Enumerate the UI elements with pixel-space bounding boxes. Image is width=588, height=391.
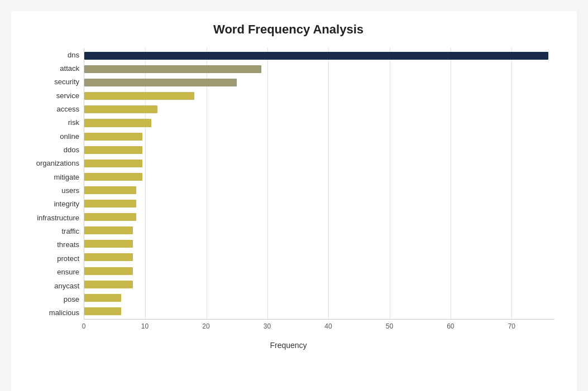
- chart-title: Word Frequency Analysis: [22, 22, 554, 37]
- y-label-dns: dns: [68, 51, 79, 59]
- bar-row-mitigate: [84, 170, 554, 184]
- y-label-pose: pose: [64, 296, 79, 303]
- bar-protect: [84, 253, 133, 261]
- bar-row-infrastructure: [84, 210, 554, 224]
- bar-row-access: [84, 103, 554, 116]
- x-tick-label-30: 30: [264, 322, 271, 330]
- y-label-anycast: anycast: [54, 282, 79, 289]
- y-label-risk: risk: [68, 119, 79, 126]
- x-tick-label-50: 50: [386, 322, 393, 330]
- bar-malicious: [84, 307, 121, 315]
- bar-row-threats: [84, 237, 554, 250]
- bars-plot: [84, 48, 554, 320]
- bar-row-integrity: [84, 197, 554, 210]
- bar-row-attack: [84, 62, 554, 76]
- bar-rows: [84, 48, 554, 319]
- x-tick-label-40: 40: [324, 322, 332, 330]
- bar-row-malicious: [84, 305, 554, 318]
- x-axis-title: Frequency: [22, 341, 554, 350]
- y-label-mitigate: mitigate: [54, 173, 79, 181]
- y-label-users: users: [61, 187, 79, 194]
- bar-row-service: [84, 89, 554, 103]
- bar-access: [84, 105, 157, 113]
- y-label-attack: attack: [60, 65, 79, 72]
- y-label-infrastructure: infrastructure: [37, 214, 79, 221]
- y-label-integrity: integrity: [54, 200, 79, 207]
- y-label-access: access: [57, 105, 79, 113]
- y-label-malicious: malicious: [49, 309, 79, 316]
- bar-traffic: [84, 226, 133, 234]
- bar-organizations: [84, 160, 142, 167]
- y-label-threats: threats: [57, 241, 79, 248]
- bar-infrastructure: [84, 213, 136, 221]
- bar-threats: [84, 240, 133, 248]
- bar-row-anycast: [84, 278, 554, 291]
- chart-area: dnsattacksecurityserviceaccessriskonline…: [22, 48, 554, 350]
- x-tick-label-70: 70: [508, 322, 515, 330]
- y-label-protect: protect: [57, 255, 79, 262]
- bar-row-ensure: [84, 264, 554, 278]
- bar-service: [84, 92, 194, 100]
- x-tick-label-0: 0: [82, 322, 86, 330]
- bar-row-pose: [84, 291, 554, 305]
- bar-row-users: [84, 184, 554, 197]
- bar-row-traffic: [84, 224, 554, 237]
- bar-row-protect: [84, 250, 554, 264]
- y-labels: dnsattacksecurityserviceaccessriskonline…: [22, 48, 84, 320]
- bar-integrity: [84, 200, 136, 207]
- x-tick-label-60: 60: [447, 322, 454, 330]
- bar-row-organizations: [84, 157, 554, 170]
- bar-row-ddos: [84, 143, 554, 157]
- bars-section: dnsattacksecurityserviceaccessriskonline…: [22, 48, 554, 320]
- bar-row-risk: [84, 116, 554, 129]
- bar-ensure: [84, 267, 133, 275]
- bar-row-online: [84, 130, 554, 143]
- bar-ddos: [84, 146, 142, 154]
- x-axis-container: 010203040506070: [84, 320, 554, 336]
- bar-online: [84, 133, 142, 141]
- bar-row-security: [84, 76, 554, 89]
- y-label-organizations: organizations: [36, 160, 79, 167]
- y-label-service: service: [56, 92, 79, 99]
- bar-risk: [84, 119, 151, 127]
- bar-attack: [84, 65, 261, 73]
- bar-mitigate: [84, 173, 142, 181]
- y-label-security: security: [54, 78, 79, 85]
- bar-anycast: [84, 281, 133, 288]
- x-tick-label-20: 20: [202, 322, 209, 330]
- bar-users: [84, 186, 136, 194]
- chart-container: Word Frequency Analysis dnsattacksecurit…: [11, 11, 577, 391]
- bar-row-dns: [84, 49, 554, 62]
- y-label-ddos: ddos: [64, 146, 79, 153]
- x-tick-label-10: 10: [141, 322, 149, 330]
- y-label-ensure: ensure: [57, 268, 79, 276]
- y-label-traffic: traffic: [61, 228, 79, 235]
- bar-pose: [84, 294, 121, 302]
- y-label-online: online: [60, 133, 79, 140]
- bar-security: [84, 79, 237, 86]
- bar-dns: [84, 52, 548, 60]
